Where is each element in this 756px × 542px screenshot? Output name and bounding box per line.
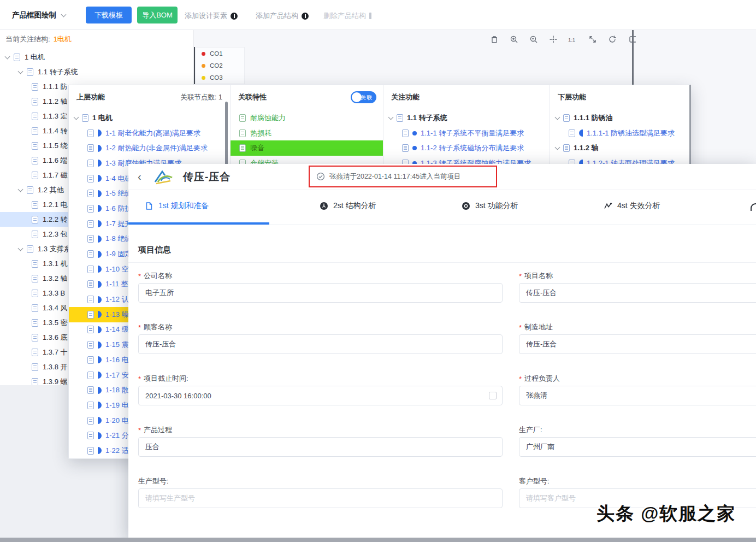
panel-title: 关注功能 — [391, 92, 420, 102]
field-label: * 顾客名称 — [138, 322, 503, 332]
node-icon — [32, 319, 38, 327]
field-input[interactable]: 广州厂南 — [519, 437, 756, 457]
node-icon — [87, 417, 94, 425]
tab-function-analysis[interactable]: 3st 功能分析 — [462, 201, 518, 211]
chevron-down-icon[interactable] — [74, 114, 79, 120]
chevron-down-icon[interactable] — [5, 54, 10, 59]
field-value: 张燕清 — [526, 391, 547, 400]
svg-text:1:1: 1:1 — [568, 36, 575, 42]
filter-toggle[interactable]: 关联 — [351, 91, 376, 103]
function-item[interactable]: 1.1.1-1 防锈油选型满足要求 — [550, 126, 690, 141]
chevron-down-icon[interactable] — [18, 68, 23, 74]
field-input[interactable]: 2021-03-30 16:00:00 — [138, 386, 503, 405]
tree-node-label: 1.3.2 轴 — [43, 274, 68, 284]
current-structure-label: 当前关注结构:1电机 — [5, 34, 72, 44]
zoom-in-icon[interactable] — [509, 34, 519, 44]
chevron-down-icon[interactable] — [388, 114, 394, 120]
function-item[interactable]: 1.1.2 轴 — [550, 140, 690, 156]
characteristic-item[interactable]: 噪音 — [231, 140, 383, 156]
chevron-down-icon[interactable] — [555, 114, 560, 120]
download-template-button[interactable]: 下载模板 — [86, 7, 132, 23]
field-input[interactable]: 传压-压合 — [519, 334, 756, 354]
node-icon — [32, 304, 38, 312]
function-item[interactable]: 1-1 耐老化能力(高温)满足要求 — [69, 126, 230, 141]
field-input[interactable]: 传压-压合 — [519, 283, 756, 303]
tree-node-label: 1.3.6 底 — [43, 333, 68, 343]
node-icon — [14, 54, 20, 61]
import-bom-button[interactable]: 导入BOM — [137, 7, 178, 23]
required-asterisk: * — [519, 375, 522, 383]
tree-node[interactable]: 1.1 转子系统 — [0, 64, 194, 79]
tab-structure-analysis[interactable]: 2st 结构分析 — [320, 201, 376, 211]
node-icon — [402, 129, 409, 137]
legend-item[interactable]: CO3 — [196, 72, 244, 84]
tab-label: 1st 规划和准备 — [158, 201, 209, 211]
chevron-down-icon[interactable] — [18, 245, 23, 251]
node-icon — [87, 129, 94, 137]
field-input[interactable]: 电子五所 — [138, 283, 503, 303]
check-circle-icon — [316, 172, 325, 181]
add-design-element-button[interactable]: 添加设计要素 — [185, 11, 238, 21]
refresh-icon[interactable] — [607, 34, 617, 44]
field-value: 请填写客户型号 — [526, 493, 576, 503]
legend-item[interactable]: CO2 — [196, 60, 244, 72]
field-input[interactable]: 传压-压合 — [138, 334, 503, 354]
function-half-circle-icon — [98, 356, 102, 363]
function-half-circle-icon — [98, 417, 102, 424]
field-input[interactable]: 压合 — [138, 437, 503, 457]
tree-node-label: 1.1.2 轴 — [43, 97, 68, 107]
expand-icon[interactable] — [587, 34, 598, 44]
chevron-down-icon[interactable] — [555, 145, 560, 150]
node-icon — [87, 235, 94, 243]
field-input[interactable]: 张燕清 — [519, 386, 756, 405]
dialog-header: ‹ 传压-压合 张燕清于2022-01-14 11:17:45进入当前项目 — [128, 164, 756, 190]
tab-planning[interactable]: 1st 规划和准备 — [145, 201, 209, 211]
function-half-circle-icon — [98, 266, 102, 273]
add-product-structure-label: 添加产品结构 — [256, 11, 298, 21]
field-label: * 项目截止时间: — [138, 374, 503, 384]
dialog-title: 传压-压合 — [183, 170, 231, 184]
dialog-tabs: 1st 规划和准备 2st 结构分析 3st 功能分析 4st 失效分析 — [128, 190, 756, 225]
function-dot-icon — [412, 146, 417, 150]
trash-icon[interactable] — [489, 34, 499, 44]
legend-item[interactable]: CO1 — [196, 48, 244, 60]
function-item[interactable]: 1.1-1 转子系统不平衡量满足要求 — [383, 126, 550, 141]
node-icon — [32, 290, 38, 297]
chevron-down-icon[interactable] — [18, 186, 23, 192]
one-to-one-icon[interactable]: 1:1 — [568, 34, 578, 44]
panel-title: 上层功能 — [76, 92, 105, 102]
fit-view-icon[interactable] — [548, 34, 558, 44]
field-label-text: 公司名称 — [144, 271, 172, 281]
tree-node-label: 1.3.7 十 — [43, 347, 68, 357]
severity-legend: CO1 CO2 CO3 — [196, 47, 245, 84]
node-icon — [87, 296, 94, 303]
node-icon — [87, 266, 94, 273]
clipped-tab-icon[interactable] — [751, 203, 756, 211]
delete-product-structure-button[interactable]: 删除产品结构 — [323, 11, 371, 21]
field-label-text: 项目名称 — [524, 271, 553, 281]
function-half-circle-icon — [98, 190, 102, 197]
characteristic-item[interactable]: 耐腐蚀能力 — [231, 110, 383, 126]
function-item[interactable]: 1.1 转子系统 — [383, 110, 550, 126]
product-diagram-dropdown[interactable]: 产品框图绘制 — [7, 7, 71, 23]
function-tab-icon — [462, 202, 470, 210]
add-product-structure-button[interactable]: 添加产品结构 — [256, 11, 309, 21]
function-half-circle-icon — [98, 205, 102, 212]
zoom-out-icon[interactable] — [528, 34, 539, 44]
function-label: 1-2 耐热能力(非金属件)满足要求 — [105, 143, 208, 153]
back-button[interactable]: ‹ — [138, 170, 141, 182]
function-item[interactable]: 1.1-2 转子系统磁场分布满足要求 — [383, 140, 550, 156]
function-item[interactable]: 1-2 耐热能力(非金属件)满足要求 — [69, 140, 230, 156]
function-item[interactable]: 1 电机 — [69, 110, 230, 126]
node-icon — [32, 363, 38, 371]
tree-node[interactable]: 1 电机 — [0, 50, 194, 64]
calendar-icon[interactable] — [489, 392, 497, 399]
node-icon — [239, 114, 246, 122]
node-icon — [32, 334, 38, 341]
tab-failure-analysis[interactable]: 4st 失效分析 — [604, 201, 660, 211]
characteristic-item[interactable]: 热损耗 — [231, 126, 383, 141]
field-input[interactable]: 请填写生产型号 — [138, 488, 503, 508]
tree-node-label: 1.2.3 包 — [43, 229, 68, 239]
function-item[interactable]: 1.1.1 防锈油 — [550, 110, 690, 126]
node-icon — [563, 144, 570, 152]
